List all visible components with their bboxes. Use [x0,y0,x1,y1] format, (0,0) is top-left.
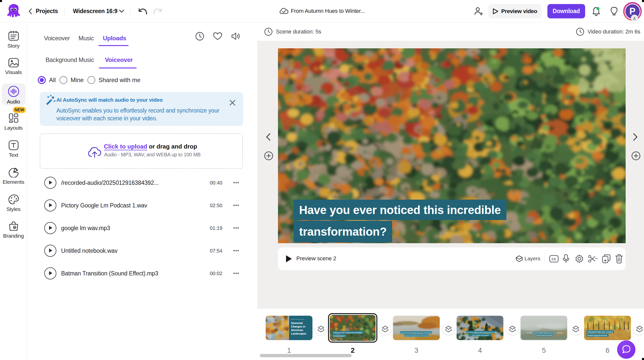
svg-text:transformation?: transformation? [333,335,346,337]
svg-text:Have you ever noticed this inc: Have you ever noticed this incredible [333,332,362,334]
svg-text:In autumn, leaves change color: In autumn, leaves change colors, paintin… [462,332,499,333]
svg-text:Seasonal: Seasonal [291,321,303,325]
svg-text:Let's dive in to the changes t: Let's dive in to the changes that occur … [400,332,432,334]
svg-text:Summer to Winter Transition: Summer to Winter Transition [291,319,305,320]
svg-text:Changes in: Changes in [291,325,305,328]
svg-text:Chlorophyll breaks down, revea: Chlorophyll breaks down, revealing [587,331,613,333]
svg-text:beautiful pigments beneath.: beautiful pigments beneath. [587,335,608,337]
svg-text:CC: CC [552,257,556,261]
svg-text:The vibrant reds and oranges h: The vibrant reds and oranges happens due… [527,332,563,334]
svg-text:Landscapes: Landscapes [291,332,306,335]
svg-text:reds, oranges, and yellows.: reds, oranges, and yellows. [472,335,489,336]
svg-text:landscapes during this time of: landscapes during this time of the seaso… [403,335,429,337]
svg-text:American: American [291,329,303,332]
svg-text:inside the leaves themselves.: inside the leaves themselves. [536,335,553,336]
